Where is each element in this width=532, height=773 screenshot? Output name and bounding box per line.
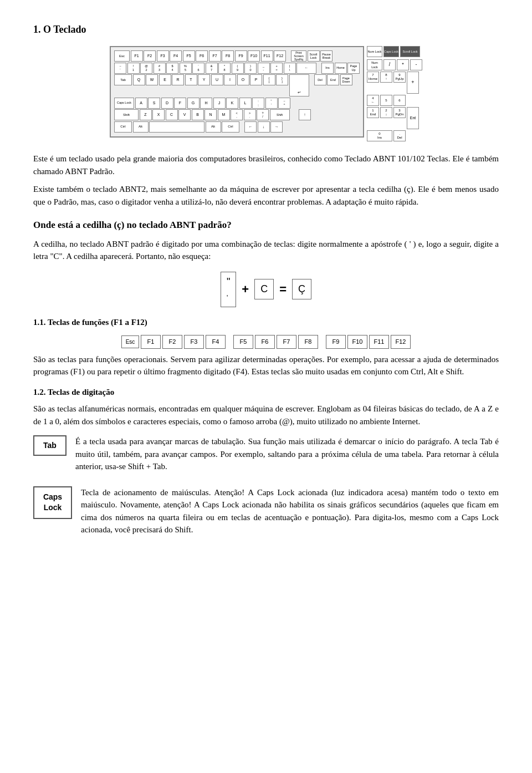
cedilha-c-key: C — [254, 279, 274, 299]
key-i: I — [224, 74, 236, 85]
key-b: B — [192, 109, 204, 120]
key-prtsc: Print Screen SysRq — [291, 50, 306, 62]
cedilha-plus-symbol: + — [242, 280, 249, 298]
key-tilde: ~` — [114, 63, 126, 74]
capslock-line1: Caps — [43, 492, 62, 501]
key-s: S — [148, 98, 160, 109]
func-key-f5: F5 — [233, 335, 253, 349]
key-quote: "' — [265, 98, 278, 109]
func-key-f1: F1 — [141, 335, 161, 349]
func-key-f6: F6 — [255, 335, 275, 349]
key-8: *8 — [218, 63, 231, 74]
func-key-f9: F9 — [326, 335, 346, 349]
key-e: E — [159, 74, 171, 85]
key-insert: Ins — [321, 63, 334, 74]
key-ctrl-left: Ctrl — [114, 121, 132, 133]
key-m: M — [218, 109, 230, 120]
key-v: V — [178, 109, 191, 120]
key-f10: F10 — [248, 50, 260, 62]
key-p: P — [250, 74, 262, 85]
key-num-plus: + — [407, 72, 419, 94]
key-f11: F11 — [261, 50, 273, 62]
key-7: &7 — [206, 63, 218, 74]
keyboard-diagram-container: Esc F1 F2 F3 F4 F5 F6 F7 F8 F9 F10 F11 F… — [33, 46, 499, 141]
key-num-2: 2↓ — [380, 107, 392, 118]
cedilha-illustration: "' + C = Ç — [33, 272, 499, 307]
func-key-f12: F12 — [391, 335, 411, 349]
key-num-4: 4← — [367, 95, 379, 106]
key-num-8: 8↑ — [380, 72, 392, 83]
key-pause: Pause Break — [320, 50, 332, 62]
key-tab: Tab — [114, 74, 132, 85]
key-num-enter: Ent — [407, 107, 419, 129]
keyboard-diagram: Esc F1 F2 F3 F4 F5 F6 F7 F8 F9 F10 F11 F… — [110, 46, 364, 138]
key-n: N — [204, 109, 217, 120]
key-right: → — [270, 121, 283, 133]
key-pgdn: Page Down — [340, 74, 352, 85]
func-key-f10: F10 — [347, 335, 367, 349]
key-num-7: 7Home — [367, 72, 379, 83]
func-key-f8: F8 — [298, 335, 318, 349]
key-num-6: 6 — [393, 95, 406, 106]
key-backspace: ← — [296, 63, 316, 74]
key-down: ↓ — [258, 121, 270, 133]
key-up: ↑ — [299, 109, 311, 120]
key-pgup: Page Up — [347, 63, 360, 74]
func-keys-desc: São as teclas para funções operacionais.… — [33, 353, 499, 378]
key-f9: F9 — [235, 50, 247, 62]
tab-key-section: Tab É a tecla usada para avançar marcas … — [33, 435, 499, 479]
capslock-key-section: Caps Lock Tecla de acionamento de maiúsc… — [33, 486, 499, 542]
key-period: >. — [244, 109, 256, 120]
key-2: @2 — [140, 63, 152, 74]
key-alt-right: Alt — [206, 121, 221, 133]
cedilha-p1: A cedilha, no teclado ABNT padrão é digi… — [33, 238, 499, 263]
capslock-line2: Lock — [44, 503, 62, 512]
key-j: J — [213, 98, 226, 109]
key-4: $4 — [166, 63, 178, 74]
func-key-esc: Esc — [121, 335, 139, 348]
page-title: 1. O Teclado — [33, 22, 499, 37]
cedilha-equals-symbol: = — [279, 280, 287, 298]
tab-key-illustration: Tab — [33, 435, 66, 456]
key-num-5: 5 — [380, 95, 392, 106]
key-left: ← — [244, 121, 257, 133]
key-scrlock: Scroll Lock — [308, 50, 320, 62]
key-5: %5 — [180, 63, 192, 74]
key-u: U — [211, 74, 223, 85]
key-num-1: 1End — [367, 107, 379, 118]
key-del: Del — [314, 74, 326, 85]
key-enter: ↵ — [289, 74, 309, 96]
key-esc: Esc — [114, 50, 130, 62]
key-z: Z — [140, 109, 152, 120]
key-f8: F8 — [222, 50, 234, 62]
func-key-f11: F11 — [369, 335, 389, 349]
key-t: T — [185, 74, 197, 85]
key-k: K — [226, 98, 238, 109]
key-rbracket: }] — [276, 74, 288, 85]
key-shift-right: Shift — [270, 109, 290, 120]
section-11-heading: 1.1. Teclas de funções (F1 a F12) — [33, 316, 499, 329]
capslock-key-description: Tecla de acionamento de maiúsculas. Aten… — [81, 486, 499, 536]
key-f4: F4 — [170, 50, 182, 62]
key-f6: F6 — [196, 50, 208, 62]
key-num-mul: * — [397, 59, 409, 70]
func-key-f2: F2 — [162, 335, 182, 349]
key-3: #3 — [154, 63, 166, 74]
section-12-heading: 1.2. Teclas de digitação — [33, 386, 499, 399]
function-keys-illustration: Esc F1 F2 F3 F4 F5 F6 F7 F8 F9 F10 F11 F… — [33, 335, 499, 349]
key-backslash: |\ — [284, 63, 296, 74]
key-1: !1 — [127, 63, 140, 74]
capslock-key-illustration: Caps Lock — [33, 486, 72, 519]
key-o: O — [237, 74, 249, 85]
intro-p2: Existe também o teclado ABNT2, mais seme… — [33, 183, 499, 208]
key-semicolon: :; — [252, 98, 264, 109]
key-f7: F7 — [209, 50, 221, 62]
key-f5: F5 — [183, 50, 195, 62]
key-home: Home — [335, 63, 347, 74]
key-num-9: 9PgUp — [393, 72, 406, 83]
dig-desc: São as teclas alfanuméricas normais, enc… — [33, 403, 499, 428]
key-scrolllock-ind: Scroll Lock — [400, 46, 420, 57]
key-f3: F3 — [157, 50, 169, 62]
key-a: A — [135, 98, 147, 109]
key-num-dot: .Del — [393, 130, 406, 141]
